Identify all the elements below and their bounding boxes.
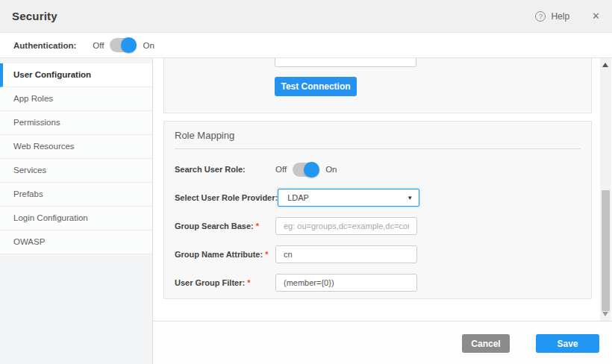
group-search-base-label: Group Search Base:*	[175, 222, 275, 230]
sidebar-item-login-configuration[interactable]: Login Configuration	[0, 207, 152, 230]
close-icon[interactable]: ✕	[592, 10, 600, 22]
sidebar-item-app-roles[interactable]: App Roles	[0, 87, 152, 111]
group-search-base-input[interactable]	[275, 217, 417, 235]
authentication-label: Authentication:	[13, 41, 76, 50]
group-search-base-control	[275, 217, 417, 235]
chevron-down-icon: ▼	[407, 195, 413, 201]
authentication-on-label: On	[143, 41, 154, 50]
user-group-filter-input[interactable]	[275, 274, 417, 292]
connection-panel: Test Connection	[163, 58, 592, 113]
scroll-up-arrow-icon[interactable]	[602, 63, 608, 67]
test-connection-button[interactable]: Test Connection	[275, 77, 357, 96]
scrollbar-thumb[interactable]	[602, 190, 610, 311]
group-name-attribute-label-text: Group Name Attribute:	[175, 250, 263, 259]
group-search-base-label-text: Group Search Base:	[175, 222, 254, 230]
help-button[interactable]: ? Help	[535, 11, 569, 22]
group-search-base-row: Group Search Base:*	[175, 217, 581, 235]
user-group-filter-row: User Group Filter:*	[175, 274, 581, 292]
help-label: Help	[551, 11, 569, 22]
group-name-attribute-row: Group Name Attribute:*	[175, 245, 581, 263]
footer: Cancel Save	[153, 321, 612, 364]
search-user-role-on-label: On	[325, 165, 337, 174]
scroll-down-arrow-icon[interactable]	[602, 312, 608, 316]
role-mapping-title: Role Mapping	[175, 130, 581, 141]
sidebar-item-web-resources[interactable]: Web Resources	[0, 135, 152, 159]
header: Security ? Help ✕	[0, 0, 612, 33]
group-name-attribute-label: Group Name Attribute:*	[175, 250, 275, 259]
provider-row: Select User Role Provider: LDAP ▼	[175, 189, 581, 207]
vertical-scrollbar[interactable]	[600, 58, 611, 321]
user-group-filter-label: User Group Filter:*	[175, 278, 275, 287]
role-mapping-panel: Role Mapping Search User Role: Off On	[163, 121, 592, 299]
provider-select[interactable]: LDAP ▼	[278, 189, 419, 207]
search-user-role-label: Search User Role:	[175, 165, 275, 174]
authentication-toggle-knob	[121, 37, 137, 53]
sidebar-item-permissions[interactable]: Permissions	[0, 111, 152, 135]
connection-partial-input[interactable]	[275, 58, 416, 67]
group-name-attribute-input[interactable]	[275, 245, 417, 263]
group-search-base-required-mark: *	[256, 222, 259, 230]
provider-select-value: LDAP	[287, 193, 309, 202]
provider-control: LDAP ▼	[278, 189, 419, 207]
body: User Configuration App Roles Permissions…	[0, 58, 612, 364]
save-button[interactable]: Save	[536, 334, 599, 353]
authentication-bar: Authentication: Off On	[0, 33, 612, 58]
sidebar-item-owasp[interactable]: OWASP	[0, 230, 152, 254]
help-icon: ?	[535, 11, 546, 22]
scroll-area: Test Connection Role Mapping Search User…	[153, 58, 612, 321]
user-group-filter-label-text: User Group Filter:	[175, 278, 245, 287]
group-name-attribute-required-mark: *	[265, 250, 268, 259]
header-actions: ? Help ✕	[535, 10, 600, 22]
sidebar-item-user-configuration[interactable]: User Configuration	[0, 63, 152, 87]
search-user-role-toggle-knob	[304, 162, 319, 178]
search-user-role-toggle[interactable]	[293, 163, 319, 177]
search-user-role-row: Search User Role: Off On	[175, 160, 581, 178]
cancel-button[interactable]: Cancel	[462, 334, 510, 353]
provider-label: Select User Role Provider:	[175, 193, 278, 202]
user-group-filter-control	[275, 274, 417, 292]
page-title: Security	[12, 10, 57, 22]
sidebar-item-services[interactable]: Services	[0, 159, 152, 183]
main-content: Test Connection Role Mapping Search User…	[153, 58, 612, 364]
user-group-filter-required-mark: *	[247, 278, 250, 287]
sidebar-item-prefabs[interactable]: Prefabs	[0, 183, 152, 207]
security-settings-window: Security ? Help ✕ Authentication: Off On…	[0, 0, 612, 364]
authentication-off-label: Off	[93, 41, 104, 50]
authentication-toggle[interactable]	[110, 38, 137, 52]
group-name-attribute-control	[275, 245, 417, 263]
search-user-role-control: Off On	[275, 163, 337, 177]
role-mapping-form: Search User Role: Off On Select User Rol…	[175, 149, 581, 292]
search-user-role-off-label: Off	[275, 165, 287, 174]
sidebar: User Configuration App Roles Permissions…	[0, 58, 153, 364]
